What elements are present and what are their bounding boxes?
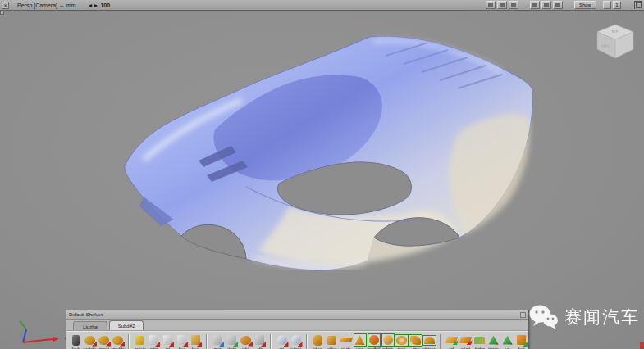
shelf-group-divider [306,334,308,349]
shelf-minimize-icon[interactable] [520,312,526,318]
sd-sphere-tool-option-frame [381,333,395,347]
shrink-tool-button[interactable]: shrink [225,333,239,349]
viewcube-icon[interactable]: TOP LEFT [592,22,638,61]
tile-windows-icon[interactable] [553,1,563,9]
selecto-tool-icon [135,336,144,345]
rail-tool-icon [446,333,457,347]
sd-sphere-tool-button[interactable]: sphere [381,333,395,349]
viewport-window-icon[interactable]: ✕ [2,2,9,9]
set-tool-icon [277,335,287,345]
bridge-tool-icon [474,337,485,344]
viewport-camera-label: Persp [Camera] ↔ mm [17,2,76,8]
shrink-tool-icon [227,335,236,345]
default-shelves-window[interactable]: Default Shelves LiuzhaSubd#2 Trashipsubd… [66,310,529,349]
sd-cone-tool-icon [355,335,365,345]
selecto-tool-button[interactable]: selecto [133,333,147,349]
world-axis-icon [5,319,71,348]
sd-quadball-tool-button[interactable]: quadball [367,333,381,349]
sel-tool-icon [163,335,172,345]
insert-edge-tool-button[interactable]: insedg [486,333,500,349]
snapshot-icon [488,3,493,7]
new-window-icon[interactable] [497,1,507,9]
show-button[interactable]: Show [574,1,596,9]
sd-torus-tool-icon [396,336,407,345]
import-tool-icon [98,333,109,347]
rail-tool-accent [452,340,459,345]
ipsubdiv-tool-button[interactable]: ipsubdiv [83,333,97,349]
look-at-icon [544,3,549,7]
header-window-button-1[interactable] [603,1,611,9]
sd-extrude-tool-button[interactable]: sd ext [459,333,473,349]
sfle-tool-button[interactable]: sfle [253,333,267,349]
fill-hole-tool-button[interactable]: fhole [514,333,528,349]
subset-tool-button[interactable]: subset [289,333,303,349]
trash-tool-icon [72,335,80,346]
sd-pipe-tool-button[interactable]: pipe [409,333,422,349]
import-tool-button[interactable]: import [97,333,111,349]
epsubdiv-tool-button[interactable]: epsubdiv [111,333,125,349]
grow-tool-button[interactable]: grow [211,333,225,349]
facel-tool-icon [191,333,200,347]
sd-cylinder-tool-icon [313,333,322,347]
look-at-icon[interactable] [541,1,551,9]
sd-plane-tool-icon [340,333,352,347]
face-tool-button[interactable]: face [175,333,189,349]
shelf-tabs: LiuzhaSubd#2 [66,320,528,331]
sd-cylinder-tool-icon [313,335,322,346]
rail-tool-button[interactable]: rail [445,333,459,349]
face-tool-icon [177,335,186,345]
alias-application-window: ✕ Persp [Camera] ↔ mm ◄► 100 Show 1 [0,0,644,349]
trash-tool-button[interactable]: Trash [69,333,83,349]
pick-window-icon[interactable] [509,1,518,9]
shelf-group-divider [270,334,272,349]
facel-tool-button[interactable]: facel [189,333,203,349]
shelf-title: Default Shelves [69,312,103,317]
shelf-tab-subd-2[interactable]: Subd#2 [109,320,144,330]
sd-torus-tool-button[interactable]: torus [395,333,409,349]
set-tool-button[interactable]: set [275,333,289,349]
quarter-view-icon[interactable] [530,1,540,9]
sd-cylinder-tool-button[interactable]: sd cyl [311,333,325,349]
sd-cone-tool-icon [354,333,367,347]
subd-tool-button[interactable]: subd [239,333,253,349]
sel-tool-icon [163,333,172,347]
perspective-viewport[interactable]: TOP LEFT Default Shelves LiuzhaSubd#2 Tr… [0,11,644,349]
viewport-header: ✕ Persp [Camera] ↔ mm ◄► 100 Show 1 [0,0,644,11]
new-window-icon [500,3,505,7]
sd-box-tool-button[interactable]: sd box [325,333,339,349]
viewport-zoom-value[interactable]: ◄► 100 [88,2,110,8]
shelf-icon-row: Trashipsubdivimportepsubdivselectoedgese… [66,331,528,349]
edge-tool-button[interactable]: edge [147,333,161,349]
ipsubdiv-tool-icon [84,336,95,345]
sel-tool-button[interactable]: sel [161,333,175,349]
cut-tool-button[interactable]: cut [500,333,514,349]
sd-plane-tool-button[interactable]: sd pln [339,333,353,349]
shelf-tab-liuzha[interactable]: Liuzha [73,321,107,330]
sd-wheelarch-tool-button[interactable]: wheelarc [422,333,436,349]
watermark: 赛闻汽车 [528,303,640,331]
sel-tool-accent [169,342,174,347]
sd-extrude-tool-icon [460,333,471,347]
edge-tool-icon [149,333,158,347]
sd-torus-tool-icon [395,333,409,347]
subset-tool-icon [291,333,301,347]
sd-cone-tool-button[interactable]: cone [353,333,367,349]
wechat-icon [528,303,560,331]
sd-pipe-tool-option-frame [409,334,422,347]
bridge-tool-button[interactable]: bridge [473,333,486,349]
grow-tool-icon [213,333,222,347]
epsubdiv-tool-icon [112,333,123,347]
window-resize-corner-icon[interactable] [634,1,642,9]
shelf-titlebar[interactable]: Default Shelves [66,310,528,320]
quarter-view-icon [532,3,537,7]
snapshot-icon[interactable] [486,1,496,9]
shelf-group-divider [440,334,441,349]
fill-hole-tool-icon [517,333,526,347]
sd-cone-tool-option-frame [354,333,367,347]
rail-tool-icon [445,337,458,343]
sd-sphere-tool-icon [383,335,393,345]
header-window-button-2[interactable]: 1 [613,1,621,9]
pick-window-icon [511,3,516,7]
shrink-tool-icon [227,333,236,347]
car-body-3d-model[interactable] [0,11,644,349]
